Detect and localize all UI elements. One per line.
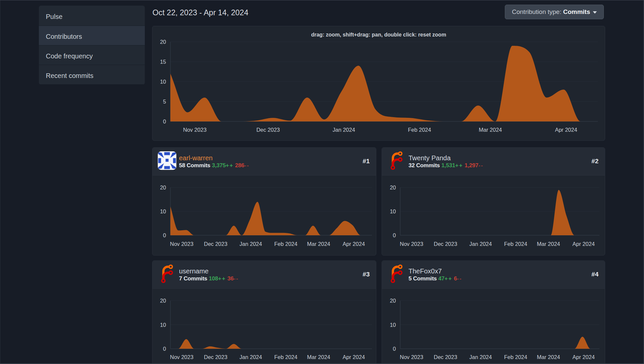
svg-text:5: 5 bbox=[163, 99, 166, 105]
svg-text:Mar 2024: Mar 2024 bbox=[537, 241, 560, 247]
svg-text:Apr 2024: Apr 2024 bbox=[555, 127, 577, 133]
svg-text:Jan 2024: Jan 2024 bbox=[469, 241, 492, 247]
svg-text:Feb 2024: Feb 2024 bbox=[408, 127, 431, 133]
svg-text:Apr 2024: Apr 2024 bbox=[343, 241, 365, 247]
svg-text:0: 0 bbox=[163, 118, 166, 124]
svg-text:Dec 2023: Dec 2023 bbox=[434, 354, 457, 360]
svg-text:Feb 2024: Feb 2024 bbox=[504, 354, 527, 360]
svg-text:Feb 2024: Feb 2024 bbox=[504, 241, 527, 247]
svg-text:Dec 2023: Dec 2023 bbox=[434, 241, 457, 247]
svg-text:Dec 2023: Dec 2023 bbox=[204, 354, 228, 360]
svg-text:drag: zoom, shift+drag: pan, d: drag: zoom, shift+drag: pan, double clic… bbox=[311, 32, 446, 37]
svg-text:Mar 2024: Mar 2024 bbox=[537, 354, 560, 360]
svg-text:Nov 2023: Nov 2023 bbox=[400, 241, 423, 247]
svg-text:Jan 2024: Jan 2024 bbox=[239, 354, 262, 360]
svg-text:Feb 2024: Feb 2024 bbox=[274, 354, 298, 360]
svg-text:20: 20 bbox=[160, 298, 166, 304]
svg-text:20: 20 bbox=[160, 39, 166, 45]
svg-text:Mar 2024: Mar 2024 bbox=[479, 127, 502, 133]
svg-text:10: 10 bbox=[160, 322, 166, 328]
svg-text:0: 0 bbox=[163, 346, 166, 352]
svg-text:10: 10 bbox=[160, 208, 166, 214]
svg-text:20: 20 bbox=[160, 184, 166, 190]
svg-text:Apr 2024: Apr 2024 bbox=[343, 354, 365, 360]
svg-text:Apr 2024: Apr 2024 bbox=[573, 241, 595, 247]
svg-text:10: 10 bbox=[390, 208, 396, 214]
svg-text:Jan 2024: Jan 2024 bbox=[469, 354, 492, 360]
svg-text:Nov 2023: Nov 2023 bbox=[170, 354, 194, 360]
svg-text:0: 0 bbox=[393, 232, 396, 238]
svg-text:Apr 2024: Apr 2024 bbox=[573, 354, 595, 360]
svg-text:Dec 2023: Dec 2023 bbox=[204, 241, 228, 247]
svg-text:20: 20 bbox=[390, 298, 396, 304]
svg-text:Mar 2024: Mar 2024 bbox=[307, 241, 330, 247]
svg-text:0: 0 bbox=[163, 232, 166, 238]
svg-text:10: 10 bbox=[160, 79, 166, 85]
svg-text:Feb 2024: Feb 2024 bbox=[274, 241, 298, 247]
svg-text:Nov 2023: Nov 2023 bbox=[400, 354, 423, 360]
svg-text:Nov 2023: Nov 2023 bbox=[183, 127, 207, 133]
svg-text:15: 15 bbox=[160, 59, 166, 65]
svg-text:0: 0 bbox=[393, 346, 396, 352]
svg-text:10: 10 bbox=[390, 322, 396, 328]
svg-text:Dec 2023: Dec 2023 bbox=[256, 127, 280, 133]
svg-text:Jan 2024: Jan 2024 bbox=[332, 127, 355, 133]
svg-text:Mar 2024: Mar 2024 bbox=[307, 354, 330, 360]
svg-text:20: 20 bbox=[390, 184, 396, 190]
svg-text:Jan 2024: Jan 2024 bbox=[239, 241, 262, 247]
svg-text:Nov 2023: Nov 2023 bbox=[170, 241, 194, 247]
